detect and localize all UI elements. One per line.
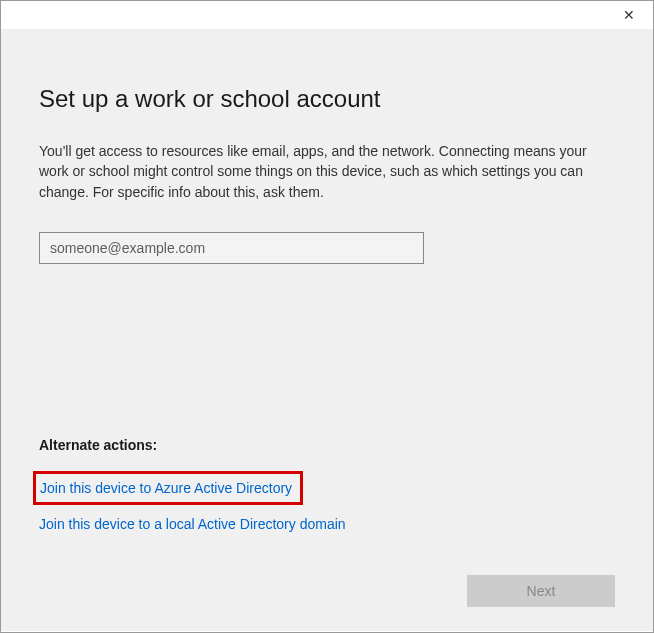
link-row-azure: Join this device to Azure Active Directo… (39, 471, 615, 505)
spacer (39, 264, 615, 437)
email-field[interactable] (39, 232, 424, 264)
page-title: Set up a work or school account (39, 85, 615, 113)
next-button[interactable]: Next (467, 575, 615, 607)
highlight-annotation: Join this device to Azure Active Directo… (33, 471, 303, 505)
footer: Next (39, 575, 615, 607)
content-area: Set up a work or school account You'll g… (1, 29, 653, 631)
close-icon: ✕ (623, 7, 635, 23)
alternate-actions-heading: Alternate actions: (39, 437, 615, 453)
titlebar: ✕ (1, 1, 653, 29)
close-button[interactable]: ✕ (617, 3, 641, 27)
join-local-ad-link[interactable]: Join this device to a local Active Direc… (39, 516, 346, 532)
link-row-local: Join this device to a local Active Direc… (39, 515, 615, 533)
description-text: You'll get access to resources like emai… (39, 141, 599, 202)
join-azure-ad-link[interactable]: Join this device to Azure Active Directo… (40, 480, 292, 496)
dialog-window: ✕ Set up a work or school account You'll… (0, 0, 654, 633)
